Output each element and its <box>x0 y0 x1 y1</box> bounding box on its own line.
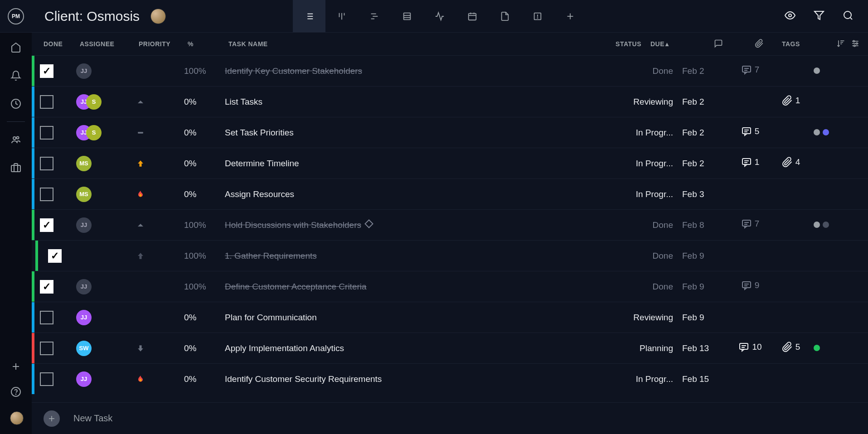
cell-task-name[interactable]: Apply Implementation Analytics <box>225 343 610 353</box>
task-row[interactable]: SW0%Apply Implementation AnalyticsPlanni… <box>32 333 868 363</box>
cell-comments[interactable]: 1 <box>727 157 773 170</box>
cell-assignee[interactable]: JJS <box>76 94 135 110</box>
sidebar-notifications[interactable] <box>10 70 22 82</box>
assignee-avatar[interactable]: JJ <box>76 279 92 294</box>
task-row[interactable]: JJ100%Identify Key Customer Stakeholders… <box>32 55 868 86</box>
task-row[interactable]: MS0%Determine TimelineIn Progr...Feb 214 <box>32 148 868 178</box>
cell-status[interactable]: Reviewing <box>610 97 678 107</box>
cell-status[interactable]: Done <box>610 220 678 230</box>
cell-comments[interactable]: 5 <box>727 126 773 139</box>
view-activity-tab[interactable] <box>423 0 456 32</box>
view-risks-tab[interactable] <box>521 0 554 32</box>
view-sheet-tab[interactable] <box>391 0 423 32</box>
cell-comments[interactable]: 7 <box>727 218 773 231</box>
assignee-avatar[interactable]: S <box>86 125 102 140</box>
cell-attachments[interactable]: 1 <box>773 95 809 108</box>
cell-status[interactable]: Done <box>610 251 678 261</box>
done-checkbox[interactable] <box>40 218 53 232</box>
column-due[interactable]: DUE▴ <box>646 40 696 48</box>
column-done[interactable]: DONE <box>44 40 80 48</box>
cell-assignee[interactable]: MS <box>76 187 135 202</box>
tag-dot[interactable] <box>814 68 820 74</box>
done-checkbox[interactable] <box>40 188 53 201</box>
task-row[interactable]: 100%1. Gather RequirementsDoneFeb 9 <box>32 240 868 271</box>
assignee-avatar[interactable]: MS <box>76 156 92 171</box>
sidebar-recent[interactable] <box>10 98 22 110</box>
tag-dot[interactable] <box>814 222 820 228</box>
cell-status[interactable]: Reviewing <box>610 313 678 323</box>
done-checkbox[interactable] <box>40 311 53 324</box>
assignee-avatar[interactable]: S <box>86 94 102 110</box>
cell-priority[interactable] <box>135 343 184 354</box>
assignee-avatar[interactable]: MS <box>76 187 92 202</box>
cell-percent[interactable]: 0% <box>184 343 225 353</box>
cell-attachments[interactable]: 4 <box>773 157 809 170</box>
cell-attachments[interactable]: 5 <box>773 342 809 355</box>
cell-comments[interactable]: 7 <box>727 64 773 77</box>
cell-status[interactable]: Done <box>610 282 678 292</box>
assignee-avatar[interactable]: JJ <box>76 63 92 79</box>
assignee-avatar[interactable]: JJ <box>76 310 92 325</box>
cell-priority[interactable] <box>135 189 184 200</box>
done-checkbox[interactable] <box>40 372 53 386</box>
task-row[interactable]: JJS0%Set Task PrioritiesIn Progr...Feb 2… <box>32 117 868 148</box>
filter-button[interactable] <box>814 10 824 22</box>
cell-percent[interactable]: 0% <box>184 97 225 107</box>
task-row[interactable]: JJ100%Define Customer Acceptance Criteri… <box>32 271 868 302</box>
tag-dot[interactable] <box>823 222 829 228</box>
cell-task-name[interactable]: Identify Customer Security Requirements <box>225 374 610 384</box>
sidebar-home[interactable] <box>10 42 22 53</box>
cell-task-name[interactable]: Set Task Priorities <box>225 128 610 138</box>
view-board-tab[interactable] <box>325 0 358 32</box>
project-title[interactable]: Client: Osmosis <box>44 9 140 24</box>
cell-comments[interactable]: 9 <box>727 280 773 293</box>
view-list-tab[interactable] <box>293 0 325 32</box>
cell-percent[interactable]: 0% <box>184 159 225 169</box>
done-checkbox[interactable] <box>40 95 53 109</box>
sidebar-help[interactable] <box>10 386 22 398</box>
cell-assignee[interactable]: JJS <box>76 125 135 140</box>
task-row[interactable]: JJS0%List TasksReviewingFeb 21 <box>32 86 868 117</box>
cell-due[interactable]: Feb 2 <box>678 128 727 138</box>
tag-dot[interactable] <box>814 345 820 351</box>
cell-status[interactable]: Planning <box>610 343 678 353</box>
column-status[interactable]: STATUS <box>578 40 646 48</box>
cell-status[interactable]: In Progr... <box>610 128 678 138</box>
cell-tags[interactable] <box>809 343 868 353</box>
cell-assignee[interactable]: JJ <box>76 310 135 325</box>
cell-task-name[interactable]: Determine Timeline <box>225 159 610 169</box>
new-task-row[interactable]: + New Task <box>32 402 868 434</box>
assignee-avatar[interactable]: JJ <box>76 371 92 387</box>
cell-tags[interactable] <box>809 220 868 230</box>
sidebar-add[interactable] <box>10 361 22 372</box>
done-checkbox[interactable] <box>40 157 53 170</box>
cell-comments[interactable]: 10 <box>727 342 773 355</box>
cell-due[interactable]: Feb 2 <box>678 97 727 107</box>
cell-assignee[interactable]: JJ <box>76 63 135 79</box>
cell-priority[interactable] <box>135 66 184 77</box>
add-task-button[interactable]: + <box>44 410 60 427</box>
cell-status[interactable]: In Progr... <box>610 159 678 169</box>
cell-priority[interactable] <box>135 281 184 292</box>
view-gantt-tab[interactable] <box>358 0 391 32</box>
cell-due[interactable]: Feb 9 <box>678 282 727 292</box>
cell-percent[interactable]: 0% <box>184 313 225 323</box>
task-row[interactable]: JJ100%Hold Discussions with Stakeholders… <box>32 209 868 240</box>
cell-due[interactable]: Feb 3 <box>678 189 727 199</box>
sidebar-portfolio[interactable] <box>10 162 22 174</box>
cell-assignee[interactable]: JJ <box>76 279 135 294</box>
visibility-button[interactable] <box>785 10 795 22</box>
cell-priority[interactable] <box>135 127 184 138</box>
project-owner-avatar[interactable] <box>150 9 166 24</box>
column-percent[interactable]: % <box>188 40 228 48</box>
cell-task-name[interactable]: 1. Gather Requirements <box>225 251 610 261</box>
task-row[interactable]: JJ0%Identify Customer Security Requireme… <box>32 363 868 394</box>
cell-tags[interactable] <box>809 66 868 76</box>
cell-due[interactable]: Feb 13 <box>678 343 727 353</box>
cell-due[interactable]: Feb 2 <box>678 159 727 169</box>
cell-percent[interactable]: 0% <box>184 189 225 199</box>
cell-status[interactable]: Done <box>610 66 678 76</box>
cell-percent[interactable]: 100% <box>184 220 225 230</box>
app-logo[interactable]: PM <box>0 8 32 24</box>
cell-assignee[interactable]: JJ <box>76 217 135 233</box>
